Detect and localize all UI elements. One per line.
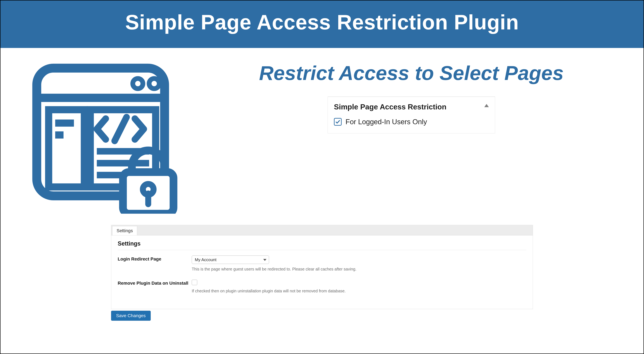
tab-settings[interactable]: Settings <box>112 226 137 235</box>
svg-point-3 <box>149 78 159 89</box>
save-row: Save Changes <box>111 311 533 321</box>
restriction-metabox: Simple Page Access Restriction For Logge… <box>328 97 495 133</box>
chevron-down-icon <box>263 259 266 261</box>
feature-row: Restrict Access to Select Pages Simple P… <box>0 48 644 214</box>
settings-body: Settings Login Redirect Page My Account … <box>111 235 533 309</box>
login-redirect-control: My Account This is the page where guest … <box>192 256 526 272</box>
page-canvas: Simple Page Access Restriction Plugin <box>0 0 644 354</box>
metabox-title: Simple Page Access Restriction <box>334 102 446 111</box>
login-redirect-select[interactable]: My Account <box>192 256 269 264</box>
plugin-logo-column <box>20 59 189 214</box>
checkmark-icon <box>335 119 340 124</box>
svg-line-8 <box>115 117 126 141</box>
tagline-text: Restrict Access to Select Pages <box>198 61 624 85</box>
settings-panel: Settings Settings Login Redirect Page My… <box>111 225 533 321</box>
login-redirect-label: Login Redirect Page <box>118 256 192 262</box>
row-login-redirect: Login Redirect Page My Account This is t… <box>118 256 526 272</box>
save-changes-button[interactable]: Save Changes <box>111 311 151 321</box>
login-redirect-value: My Account <box>192 256 269 264</box>
metabox-header: Simple Page Access Restriction <box>328 97 495 113</box>
settings-tabs: Settings <box>111 225 533 235</box>
remove-data-control: If checked then on plugin uninstallation… <box>192 280 526 294</box>
logged-in-only-label: For Logged-In Users Only <box>346 118 427 126</box>
remove-data-label: Remove Plugin Data on Uninstall <box>118 280 192 286</box>
logged-in-only-checkbox[interactable] <box>334 118 342 126</box>
collapse-caret-icon[interactable] <box>484 104 489 107</box>
login-redirect-help: This is the page where guest users will … <box>192 267 526 272</box>
page-code-lock-icon <box>28 59 182 214</box>
row-remove-data: Remove Plugin Data on Uninstall If check… <box>118 280 526 294</box>
hero-title: Simple Page Access Restriction Plugin <box>0 10 644 34</box>
hero-banner: Simple Page Access Restriction Plugin <box>0 0 644 48</box>
feature-right-column: Restrict Access to Select Pages Simple P… <box>198 59 624 133</box>
svg-point-2 <box>133 78 143 89</box>
remove-data-checkbox[interactable] <box>192 280 197 285</box>
settings-heading: Settings <box>118 240 526 250</box>
metabox-body: For Logged-In Users Only <box>328 113 495 133</box>
metabox-preview-wrap: Simple Page Access Restriction For Logge… <box>198 97 624 133</box>
remove-data-help: If checked then on plugin uninstallation… <box>192 288 526 294</box>
